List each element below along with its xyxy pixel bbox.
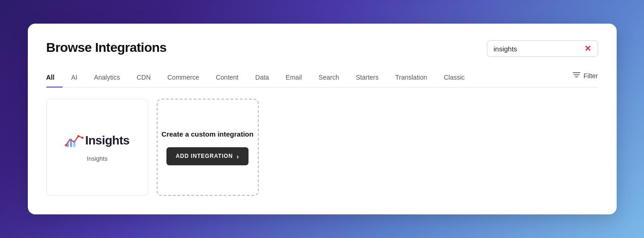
create-custom-card[interactable]: Create a custom integration ADD INTEGRAT… bbox=[157, 99, 259, 196]
tab-cdn[interactable]: CDN bbox=[128, 70, 159, 88]
search-box[interactable]: ✕ bbox=[487, 40, 598, 57]
tab-search[interactable]: Search bbox=[310, 70, 347, 88]
insights-card-label: Insights bbox=[87, 155, 108, 162]
insights-card[interactable]: Insights Insights bbox=[46, 99, 148, 196]
tab-email[interactable]: Email bbox=[277, 70, 310, 88]
svg-point-7 bbox=[77, 135, 79, 138]
filter-label: Filter bbox=[583, 72, 598, 80]
page-title: Browse Integrations bbox=[46, 40, 167, 55]
cards-grid: Insights Insights Create a custom integr… bbox=[46, 99, 598, 196]
add-integration-button[interactable]: ADD INTEGRATION › bbox=[166, 147, 249, 165]
custom-card-title: Create a custom integration bbox=[161, 129, 253, 139]
insights-logo: Insights bbox=[65, 132, 130, 149]
browse-integrations-modal: Browse Integrations ✕ All AI Analytics C… bbox=[28, 24, 617, 214]
tab-content[interactable]: Content bbox=[207, 70, 247, 88]
tab-all[interactable]: All bbox=[46, 70, 63, 88]
clear-search-icon[interactable]: ✕ bbox=[584, 44, 591, 53]
add-integration-label: ADD INTEGRATION bbox=[176, 153, 233, 159]
svg-rect-3 bbox=[66, 143, 69, 147]
tab-analytics[interactable]: Analytics bbox=[86, 70, 128, 88]
tab-ai[interactable]: AI bbox=[63, 70, 85, 88]
tab-translation[interactable]: Translation bbox=[387, 70, 435, 88]
filter-button[interactable]: Filter bbox=[573, 71, 598, 86]
tabs-bar: All AI Analytics CDN Commerce Content Da… bbox=[46, 70, 598, 88]
tab-starters[interactable]: Starters bbox=[347, 70, 387, 88]
tab-data[interactable]: Data bbox=[247, 70, 278, 88]
modal-header: Browse Integrations ✕ bbox=[46, 40, 598, 57]
arrow-icon: › bbox=[236, 152, 239, 160]
filter-icon bbox=[573, 71, 580, 80]
tab-commerce[interactable]: Commerce bbox=[159, 70, 207, 88]
search-input[interactable] bbox=[494, 45, 584, 53]
svg-rect-5 bbox=[73, 140, 76, 147]
tab-classic[interactable]: Classic bbox=[435, 70, 473, 88]
svg-rect-4 bbox=[70, 139, 72, 147]
insights-logo-text: Insights bbox=[85, 133, 130, 148]
